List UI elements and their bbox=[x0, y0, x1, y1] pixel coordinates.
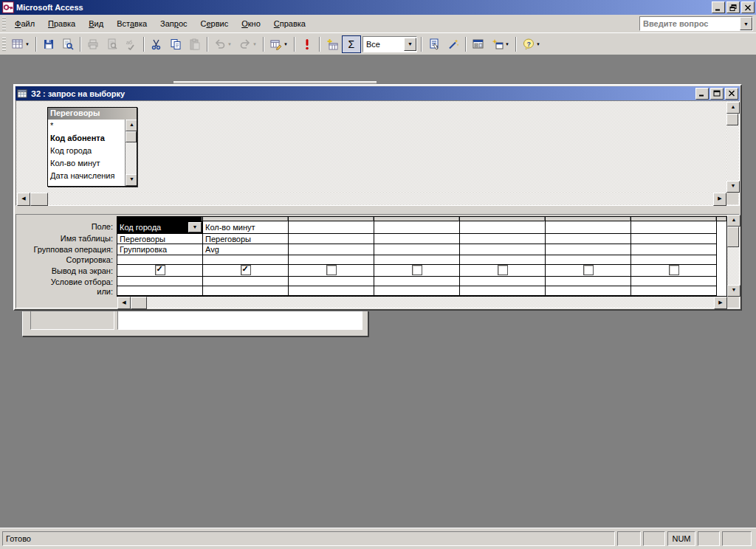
grid-cell-or[interactable] bbox=[631, 286, 716, 296]
show-checkbox[interactable] bbox=[412, 265, 422, 275]
chevron-down-icon[interactable]: ▼ bbox=[740, 17, 752, 30]
grid-cell-table[interactable] bbox=[374, 234, 459, 245]
pane-splitter[interactable] bbox=[16, 206, 740, 214]
scroll-up-icon[interactable]: ▲ bbox=[126, 120, 137, 131]
query-maximize-button[interactable] bbox=[710, 88, 724, 100]
grid-cell-sort[interactable] bbox=[203, 255, 288, 265]
field-list-item[interactable]: * bbox=[48, 120, 126, 132]
grid-cell-field[interactable] bbox=[460, 221, 545, 234]
grid-cell-sort[interactable] bbox=[631, 255, 716, 265]
scrollbar-thumb[interactable] bbox=[131, 297, 147, 309]
show-checkbox[interactable] bbox=[669, 265, 679, 275]
grid-cell-show[interactable] bbox=[117, 265, 202, 277]
show-checkbox[interactable] bbox=[241, 265, 251, 275]
scrollbar-thumb[interactable] bbox=[30, 193, 48, 206]
menu-item-файл[interactable]: Файл bbox=[8, 17, 41, 30]
totals-button[interactable]: Σ bbox=[342, 35, 361, 53]
minimize-button[interactable] bbox=[712, 1, 725, 13]
grid-cell-criteria[interactable] bbox=[374, 277, 459, 287]
grid-horizontal-scrollbar[interactable]: ◀ ▶ bbox=[117, 297, 727, 308]
toolbar-grip[interactable] bbox=[2, 38, 6, 51]
grid-cell-group[interactable] bbox=[460, 244, 545, 255]
menu-item-справка[interactable]: Справка bbox=[267, 17, 312, 30]
field-dropdown-button[interactable]: ▼ bbox=[188, 222, 202, 232]
grid-cell-or[interactable] bbox=[460, 286, 545, 296]
scrollbar-thumb[interactable] bbox=[727, 227, 739, 247]
scroll-down-icon[interactable]: ▼ bbox=[126, 174, 137, 186]
query-window-titlebar[interactable]: З2 : запрос на выборку bbox=[16, 86, 740, 100]
grid-cell-group[interactable]: Avg bbox=[203, 244, 288, 255]
menu-item-запрос[interactable]: Запрос bbox=[154, 17, 193, 30]
save-button[interactable] bbox=[39, 35, 58, 53]
grid-cell-field[interactable]: Кол-во минут bbox=[203, 221, 288, 234]
question-box[interactable]: Введите вопрос ▼ bbox=[639, 16, 753, 31]
menubar-grip[interactable] bbox=[2, 17, 6, 30]
scroll-left-icon[interactable]: ◀ bbox=[17, 193, 30, 206]
scrollbar-track[interactable] bbox=[48, 193, 713, 204]
show-checkbox[interactable] bbox=[326, 265, 337, 275]
database-window-button[interactable] bbox=[469, 35, 488, 53]
grid-cell-criteria[interactable] bbox=[289, 277, 374, 287]
field-list-item[interactable]: Код города bbox=[48, 145, 126, 157]
menu-item-вид[interactable]: Вид bbox=[82, 17, 110, 30]
scroll-up-icon[interactable]: ▲ bbox=[726, 102, 740, 114]
grid-cell-field[interactable] bbox=[546, 221, 630, 234]
scroll-right-icon[interactable]: ▶ bbox=[713, 193, 726, 206]
diagram-horizontal-scrollbar[interactable]: ◀ ▶ bbox=[17, 193, 726, 204]
grid-cell-criteria[interactable] bbox=[203, 277, 288, 287]
grid-cell-group[interactable] bbox=[374, 244, 459, 255]
field-list-item[interactable]: Дата начисления bbox=[48, 170, 126, 182]
copy-button[interactable] bbox=[166, 35, 185, 53]
grid-cell-sort[interactable] bbox=[546, 255, 630, 265]
grid-cell-field[interactable] bbox=[374, 221, 459, 234]
cut-button[interactable] bbox=[147, 35, 166, 53]
grid-cell-group[interactable] bbox=[631, 244, 716, 255]
scroll-down-icon[interactable]: ▼ bbox=[727, 285, 740, 297]
column-selector[interactable] bbox=[717, 217, 726, 221]
field-list-title[interactable]: Переговоры bbox=[48, 108, 137, 120]
grid-cell-or[interactable] bbox=[546, 286, 630, 296]
scrollbar-track[interactable] bbox=[727, 247, 739, 285]
grid-cell-show[interactable] bbox=[631, 265, 716, 277]
close-button[interactable] bbox=[741, 1, 755, 13]
scrollbar-track[interactable] bbox=[126, 142, 137, 174]
grid-cell-sort[interactable] bbox=[460, 255, 545, 265]
grid-cell-or[interactable] bbox=[203, 286, 288, 296]
grid-cell-criteria[interactable] bbox=[546, 277, 630, 287]
field-list-item[interactable]: Кол-во минут bbox=[48, 157, 126, 170]
show-checkbox[interactable] bbox=[498, 265, 508, 275]
grid-cell-show[interactable] bbox=[546, 265, 630, 277]
field-list-item[interactable]: Код абонента bbox=[48, 132, 126, 145]
build-button[interactable] bbox=[444, 35, 463, 53]
scroll-left-icon[interactable]: ◀ bbox=[117, 297, 131, 309]
query-close-button[interactable] bbox=[725, 88, 738, 100]
restore-button[interactable] bbox=[726, 1, 740, 13]
show-checkbox[interactable] bbox=[583, 265, 594, 275]
view-datasheet-button[interactable]: ▼ bbox=[8, 35, 33, 53]
grid-cell-field[interactable]: Код города▼ bbox=[117, 221, 202, 234]
grid-cell-show[interactable] bbox=[203, 265, 288, 277]
grid-cell-or[interactable] bbox=[289, 286, 374, 296]
top-values-combo[interactable]: Все▼ bbox=[362, 36, 417, 52]
grid-cell-group[interactable]: Группировка bbox=[117, 244, 202, 255]
menu-item-вставка[interactable]: Вставка bbox=[110, 17, 154, 30]
properties-button[interactable] bbox=[425, 35, 444, 53]
grid-cell-group[interactable] bbox=[289, 244, 374, 255]
query-type-button[interactable]: ▼ bbox=[267, 35, 292, 53]
grid-cell-table[interactable] bbox=[631, 234, 716, 245]
grid-cell-sort[interactable] bbox=[117, 255, 202, 265]
file-search-button[interactable] bbox=[58, 35, 78, 53]
grid-cell-field[interactable] bbox=[289, 221, 374, 234]
show-table-button[interactable] bbox=[323, 35, 342, 53]
grid-cell-or[interactable] bbox=[374, 286, 459, 296]
grid-cell-show[interactable] bbox=[289, 265, 374, 277]
grid-cell-show[interactable] bbox=[460, 265, 545, 277]
scrollbar-track[interactable] bbox=[726, 125, 738, 181]
grid-cell-group[interactable] bbox=[546, 244, 630, 255]
grid-vertical-scrollbar[interactable]: ▲ ▼ bbox=[727, 215, 739, 297]
grid-cell-table[interactable] bbox=[460, 234, 545, 245]
run-button[interactable] bbox=[298, 35, 317, 53]
show-checkbox[interactable] bbox=[155, 265, 165, 275]
grid-cell-sort[interactable] bbox=[289, 255, 374, 265]
scroll-right-icon[interactable]: ▶ bbox=[714, 297, 727, 309]
